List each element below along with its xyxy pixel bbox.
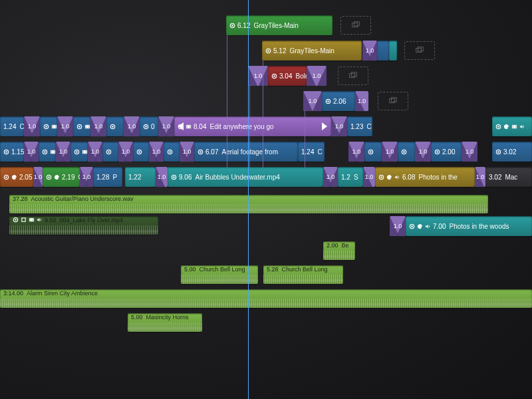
svg-rect-91 [29, 218, 34, 221]
transition[interactable]: 1.0 [363, 167, 375, 187]
video-clip[interactable] [73, 116, 90, 136]
track-2: 1.03.04BoldS1.0 [0, 65, 532, 88]
video-clip[interactable]: 1.28P [93, 167, 122, 187]
transition[interactable]: 1.0 [462, 142, 477, 162]
transition[interactable]: 1.0 [348, 142, 364, 162]
transition[interactable]: 1.0 [24, 142, 39, 162]
video-clip[interactable] [389, 41, 397, 61]
video-clip[interactable]: 3.02Mac [485, 167, 532, 187]
video-clip[interactable]: 2.00 [431, 142, 462, 162]
audio-clip[interactable]: 9.02004_Lake Fly Over.mp4 [9, 216, 158, 235]
svg-rect-22 [55, 127, 56, 128]
clip-duration: 2.06 [333, 98, 346, 105]
video-clip[interactable] [398, 142, 415, 162]
transition[interactable]: 1.0 [124, 116, 140, 136]
placeholder-slot[interactable] [404, 41, 435, 60]
audio-clip[interactable]: 37.28Acoustic Guitar/Piano Underscore.wa… [9, 195, 488, 213]
video-clip[interactable] [70, 142, 88, 162]
ring-icon [495, 149, 501, 155]
svg-rect-29 [88, 127, 89, 128]
video-clip[interactable]: 3.04BoldS [268, 66, 307, 86]
video-clip[interactable]: 1.2S [338, 167, 363, 187]
transition[interactable]: 1.0 [307, 66, 327, 86]
transition[interactable]: 1.0 [56, 142, 70, 162]
placeholder-slot[interactable] [378, 92, 408, 110]
transition-duration: 1.0 [352, 148, 361, 155]
svg-rect-36 [186, 124, 191, 128]
video-clip[interactable]: 0 [140, 116, 158, 136]
video-clip[interactable]: 1.22 [125, 167, 156, 187]
transition[interactable]: 1.0 [80, 167, 93, 187]
timeline[interactable]: 6.12GrayTiles-Main5.12GrayTiles-Main1.01… [0, 0, 532, 399]
transition[interactable]: 1.0 [382, 142, 398, 162]
transition[interactable]: 1.0 [475, 167, 485, 187]
clip-duration: 6.08 [402, 174, 415, 181]
clip-duration: 8.04 [194, 123, 206, 130]
audio-clip[interactable]: 3:14.00Alarm Siren City Ambience [0, 289, 532, 308]
audio-clip[interactable]: 5.00Church Bell Long [181, 265, 258, 284]
transition[interactable]: 1.0 [355, 91, 368, 111]
video-clip[interactable]: 2.19Gre [43, 167, 80, 187]
video-clip[interactable] [377, 41, 389, 61]
video-clip[interactable] [492, 116, 532, 136]
ring-icon [3, 174, 9, 180]
video-clip[interactable]: 6.08Photos in the [375, 167, 475, 187]
video-clip[interactable]: 1.23C [347, 116, 372, 136]
video-clip[interactable] [133, 142, 149, 162]
transition[interactable]: 1.0 [149, 142, 164, 162]
svg-rect-20 [53, 127, 53, 128]
transition-duration: 1.0 [128, 123, 136, 130]
film-icon [51, 124, 57, 130]
transition[interactable]: 1.0 [24, 116, 40, 136]
video-clip[interactable] [40, 116, 57, 136]
svg-rect-37 [187, 125, 188, 126]
svg-rect-44 [513, 125, 513, 126]
video-clip[interactable]: 1.24C [298, 142, 325, 162]
placeholder-slot[interactable] [340, 16, 371, 35]
video-clip[interactable]: 6.07Aerial footage from [194, 142, 298, 162]
transition[interactable]: 1.0 [331, 116, 347, 136]
video-clip[interactable]: 3.02 [492, 142, 532, 162]
video-clip[interactable]: 5.12GrayTiles-Main [262, 41, 362, 61]
transition[interactable]: 1.0 [303, 91, 322, 111]
video-clip[interactable]: 1.15 [0, 142, 24, 162]
video-clip[interactable]: 7.00Photos in the woods [406, 216, 532, 236]
video-clip[interactable] [39, 142, 56, 162]
video-clip[interactable]: 6.12GrayTiles-Main [226, 15, 332, 35]
transition[interactable]: 1.0 [90, 116, 106, 136]
video-clip[interactable]: 1.24C [0, 116, 24, 136]
video-clip[interactable] [106, 116, 124, 136]
video-clip[interactable] [164, 142, 180, 162]
placeholder-slot[interactable] [338, 66, 368, 85]
transition-duration: 1.0 [358, 98, 366, 104]
transition[interactable]: 1.0 [33, 167, 43, 187]
transition[interactable]: 1.0 [248, 66, 268, 86]
speaker-icon [394, 174, 400, 180]
transition[interactable]: 1.0 [415, 142, 431, 162]
clip-label: Photos in the [418, 174, 457, 181]
video-clip[interactable]: 2.06 [322, 91, 355, 111]
svg-point-3 [231, 25, 233, 27]
audio-clip[interactable]: 5.00Masincity Horns [128, 313, 202, 332]
video-clip[interactable] [102, 142, 118, 162]
retime-handle-left[interactable] [178, 122, 184, 130]
clip-label: Photos in the woods [449, 223, 509, 230]
audio-clip[interactable]: 5.28Church Bell Long [263, 265, 343, 284]
video-clip[interactable]: 9.06Air Bubbles Underwater.mp4 [168, 167, 323, 187]
transition-duration: 1.0 [394, 223, 402, 229]
svg-point-87 [380, 176, 382, 178]
transition[interactable]: 1.0 [57, 116, 73, 136]
transition[interactable]: 1.0 [118, 142, 133, 162]
video-clip[interactable] [364, 142, 382, 162]
transition[interactable]: 1.0 [390, 216, 406, 236]
transition[interactable]: 1.0 [362, 41, 377, 61]
video-clip[interactable]: 2.05 [0, 167, 33, 187]
video-clip[interactable]: 8.04Edit anywhere you go [174, 116, 331, 136]
transition[interactable]: 1.0 [88, 142, 102, 162]
transition[interactable]: 1.0 [158, 116, 174, 136]
retime-handle-right[interactable] [322, 122, 327, 130]
audio-clip[interactable]: 2.00Be [323, 241, 355, 260]
transition[interactable]: 1.0 [323, 167, 338, 187]
transition[interactable]: 1.0 [156, 167, 168, 187]
transition[interactable]: 1.0 [180, 142, 194, 162]
